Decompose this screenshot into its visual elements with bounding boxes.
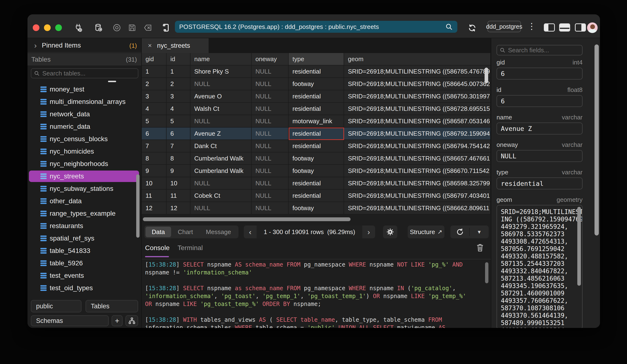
column-header-gid[interactable]: gid (142, 53, 166, 65)
grid-cell-geom[interactable]: SRID=26918;MULTILINESTRING ((586657.4676… (344, 152, 491, 165)
grid-cell-id[interactable]: 4 (166, 103, 190, 115)
sidebar-table-item[interactable]: restaurants (29, 220, 139, 232)
reload-button[interactable] (467, 22, 478, 33)
grid-cell-geom[interactable]: SRID=26918;MULTILINESTRING ((586792.1590… (344, 128, 491, 140)
er-diagram-button[interactable] (125, 315, 138, 326)
table-row[interactable]: 88Cumberland WalkNULLfootwaySRID=26918;M… (142, 152, 491, 165)
grid-cell-name[interactable]: Avenue O (190, 90, 252, 103)
table-row[interactable]: 1111Cobek CtNULLresidentialSRID=26918;MU… (142, 190, 491, 202)
grid-cell-oneway[interactable]: NULL (252, 202, 289, 215)
geom-field-scrollbar[interactable] (577, 207, 581, 286)
grid-cell-id[interactable]: 5 (166, 115, 190, 128)
sidebar-table-item[interactable]: test_events (29, 270, 139, 281)
grid-cell-gid[interactable]: 4 (142, 103, 166, 115)
grid-cell-name[interactable]: Cobek Ct (190, 190, 252, 202)
grid-cell-oneway[interactable]: NULL (252, 115, 289, 128)
grid-cell-gid[interactable]: 11 (142, 190, 166, 202)
grid-vertical-scrollbar[interactable] (485, 68, 488, 83)
sidebar-table-item[interactable]: range_types_example (29, 208, 139, 219)
grid-cell-type[interactable]: residential (289, 190, 344, 202)
grid-cell-oneway[interactable]: NULL (252, 165, 289, 177)
object-type-selector-button[interactable]: Tables (86, 300, 138, 313)
export-database-button[interactable] (94, 23, 103, 33)
field-value-name[interactable]: Avenue Z (497, 123, 582, 135)
table-row[interactable]: 11Shore Pky SNULLresidentialSRID=26918;M… (142, 65, 491, 78)
sidebar-table-item[interactable]: nyc_census_blocks (29, 133, 139, 145)
grid-cell-id[interactable]: 9 (166, 165, 190, 177)
next-page-button[interactable]: › (362, 226, 375, 238)
grid-cell-name[interactable]: NULL (190, 202, 252, 215)
preview-button[interactable] (112, 23, 122, 33)
table-row[interactable]: 55NULLNULLmotorway_linkSRID=26918;MULTIL… (142, 115, 491, 128)
tables-section-header[interactable]: Tables (31) (27, 53, 141, 65)
grid-cell-name[interactable]: Avenue Z (190, 128, 252, 140)
grid-cell-gid[interactable]: 2 (142, 78, 166, 90)
grid-horizontal-scrollbar[interactable] (143, 217, 351, 221)
sidebar-table-item[interactable]: nyc_neighborhoods (29, 158, 139, 170)
column-header-oneway[interactable]: oneway (252, 53, 289, 65)
console-scrollbar[interactable] (485, 262, 488, 283)
sidebar-table-item[interactable]: nyc_streets (29, 171, 139, 182)
grid-cell-name[interactable]: NULL (190, 177, 252, 190)
sidebar-table-item[interactable]: spatial_ref_sys (29, 233, 139, 244)
grid-cell-oneway[interactable]: NULL (252, 152, 289, 165)
grid-cell-gid[interactable]: 6 (142, 128, 166, 140)
table-row[interactable]: 1010NULLNULLresidentialSRID=26918;MULTIL… (142, 177, 491, 190)
query-log-button[interactable] (161, 23, 170, 33)
grid-cell-name[interactable]: Shore Pky S (190, 65, 252, 78)
structure-button[interactable]: Structure ↗ (408, 226, 444, 238)
sidebar-table-item[interactable]: nyc_subway_stations (29, 183, 139, 194)
grid-cell-id[interactable]: 1 (166, 65, 190, 78)
connection-address-bar[interactable]: POSTGRESQL 16.2 (Postgres.app) : ddd_pos… (175, 21, 457, 33)
result-tab-message[interactable]: Message (200, 227, 238, 237)
grid-cell-type[interactable]: motorway_link (289, 115, 344, 128)
table-row[interactable]: 1212NULLNULLfootwaySRID=26918;MULTILINES… (142, 202, 491, 215)
refresh-results-button[interactable] (450, 226, 469, 238)
grid-cell-oneway[interactable]: NULL (252, 78, 289, 90)
tab-nyc-streets[interactable]: × nyc_streets (142, 38, 209, 53)
pinned-items-section[interactable]: › Pinned Items (1) (27, 38, 141, 52)
grid-cell-oneway[interactable]: NULL (252, 103, 289, 115)
grid-cell-oneway[interactable]: NULL (252, 65, 289, 78)
grid-cell-gid[interactable]: 1 (142, 65, 166, 78)
table-row[interactable]: 22NULLNULLfootwaySRID=26918;MULTILINESTR… (142, 78, 491, 90)
grid-cell-name[interactable]: NULL (190, 78, 252, 90)
grid-cell-oneway[interactable]: NULL (252, 140, 289, 152)
grid-cell-name[interactable]: Walsh Ct (190, 103, 252, 115)
grid-cell-gid[interactable]: 7 (142, 140, 166, 152)
grid-cell-id[interactable]: 11 (166, 190, 190, 202)
grid-cell-type[interactable]: footway (289, 152, 344, 165)
grid-cell-type[interactable]: residential (289, 140, 344, 152)
zoom-window-button[interactable] (55, 24, 62, 31)
toggle-left-panel-button[interactable] (544, 23, 555, 32)
grid-cell-oneway[interactable]: NULL (252, 177, 289, 190)
grid-cell-name[interactable]: Cumberland Walk (190, 165, 252, 177)
grid-settings-button[interactable] (383, 226, 397, 238)
schema-selector-button[interactable]: public (31, 300, 81, 313)
grid-cell-geom[interactable]: SRID=26918;MULTILINESTRING ((586797.4034… (344, 190, 491, 202)
grid-cell-type[interactable]: residential (289, 90, 344, 103)
grid-cell-name[interactable]: NULL (190, 115, 252, 128)
console-log[interactable]: [15:38:28] SELECT nspname AS schema_name… (145, 261, 483, 328)
table-row[interactable]: 44Walsh CtNULLresidentialSRID=26918;MULT… (142, 103, 491, 115)
sidebar-scrollbar[interactable] (136, 174, 140, 238)
sidebar-table-item[interactable]: multi_dimensional_arrays (29, 96, 139, 107)
sidebar-table-item[interactable]: test_oid_types (29, 282, 139, 294)
search-fields-input[interactable]: Search fields... (497, 45, 582, 55)
grid-cell-oneway[interactable]: NULL (252, 90, 289, 103)
field-value-type[interactable]: residential (497, 178, 582, 189)
grid-cell-type[interactable]: residential (289, 177, 344, 190)
previous-page-button[interactable]: ‹ (244, 226, 257, 238)
grid-cell-geom[interactable]: SRID=26918;MULTILINESTRING ((586794.7541… (344, 140, 491, 152)
grid-cell-type[interactable]: residential (289, 128, 344, 140)
sidebar-table-item[interactable]: table_541833 (29, 245, 139, 257)
grid-cell-gid[interactable]: 8 (142, 152, 166, 165)
grid-cell-gid[interactable]: 5 (142, 115, 166, 128)
grid-cell-gid[interactable]: 10 (142, 177, 166, 190)
more-options-button[interactable]: ⋮ (527, 20, 536, 33)
column-header-type[interactable]: type (289, 53, 344, 65)
grid-cell-geom[interactable]: SRID=26918;MULTILINESTRING ((586645.0073… (344, 78, 491, 90)
clear-console-button[interactable] (476, 243, 485, 253)
connection-name-button[interactable]: ddd_postgres (487, 21, 521, 32)
tab-console[interactable]: Console (145, 244, 170, 252)
